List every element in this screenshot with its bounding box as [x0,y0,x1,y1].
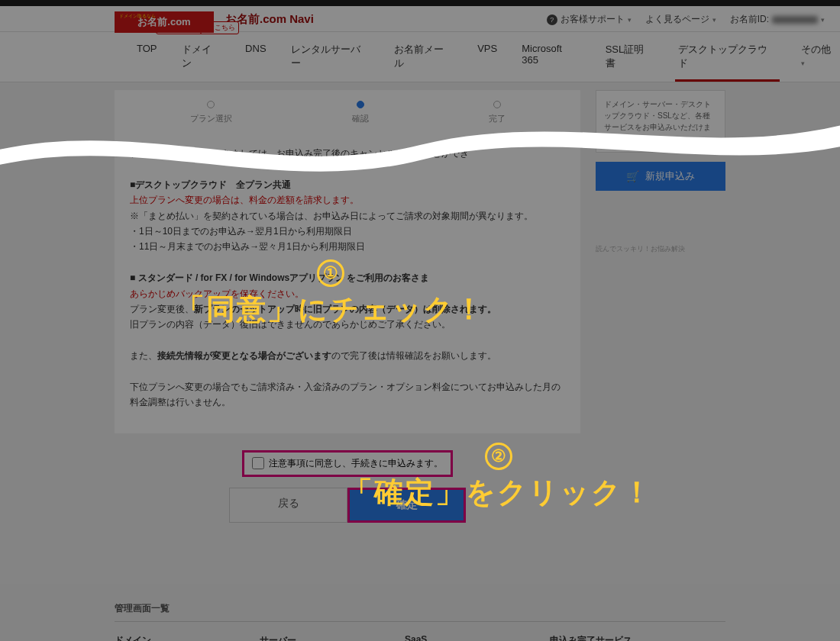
cart-icon: 🛒 [626,170,639,182]
nav-vps[interactable]: VPS [474,38,500,82]
nav-other[interactable]: その他 ▾ [798,38,840,82]
nav-dns[interactable]: DNS [242,38,269,82]
support-link[interactable]: ?お客様サポート▾ [547,13,632,26]
footer-col-saas: SaaS Microsoft 365 メールマーケティング サイトクリエイション… [405,634,519,641]
footer-col-server: サーバー レンタルサーバー お名前メール VPS(KVM) 賢威テーマ デスクト… [260,634,374,641]
nav-rental-server[interactable]: レンタルサーバー [288,38,373,82]
progress-stepper: プラン選択 確認 完了 [115,90,580,132]
chevron-down-icon: ▾ [628,16,632,24]
back-button[interactable]: 戻る [229,488,347,523]
main-nav: TOP ドメインの設定はこちら ドメイン DNS レンタルサーバー お名前メール… [0,32,840,82]
step-complete: 完了 [489,101,506,124]
site-logo[interactable]: ドメイン取るなら お名前.com [115,11,214,33]
agree-checkbox-row[interactable]: 注意事項に同意し、手続きに申込みます。 [242,450,453,477]
nav-domain[interactable]: ドメインの設定はこちら ドメイン [179,38,225,82]
footer: 管理画面一覧 ドメイン ドメイン一覧 サーバー レンタルサーバー お名前メール … [0,584,840,641]
nav-mail[interactable]: お名前メール [391,38,456,82]
notice-card: プラン変更手続きにつきましては、お申込み完了後のキャンセルは承ることができ ■デ… [115,132,580,433]
footer-col-completed: 申込み完了サービス 共用サーバー GS VPS(Hyper-V) サイボウズ W… [550,634,664,641]
agree-label: 注意事項に同意し、手続きに申込みます。 [269,457,443,470]
user-id-display: お名前ID:▾ [730,13,825,26]
nav-top[interactable]: TOP [134,38,160,82]
footer-col-domain: ドメイン ドメイン一覧 [115,634,229,641]
footer-title: 管理画面一覧 [115,602,725,622]
side-info-box: ドメイン・サーバー・デスクトップクラウド・SSLなど、各種サービスをお申込みいた… [596,90,725,153]
nav-ssl[interactable]: SSL証明書 [603,38,657,82]
confirm-button[interactable]: 確定 [347,488,466,523]
nav-ms365[interactable]: Microsoft 365 [519,38,583,82]
button-row: 戻る 確定 [115,488,580,523]
chevron-down-icon: ▾ [801,60,805,67]
step-confirm: 確認 [352,101,369,124]
chevron-down-icon: ▾ [712,16,716,24]
frequent-pages-link[interactable]: よく見るページ▾ [645,13,716,26]
side-note: 読んでスッキリ！お悩み解決 [596,244,725,254]
step-plan-select: プラン選択 [190,101,232,124]
chevron-down-icon: ▾ [821,16,825,24]
help-icon: ? [547,14,557,25]
agree-checkbox[interactable] [252,457,264,469]
nav-desktop-cloud[interactable]: デスクトップクラウド [675,38,780,82]
new-apply-button[interactable]: 🛒 新規申込み [596,162,725,191]
